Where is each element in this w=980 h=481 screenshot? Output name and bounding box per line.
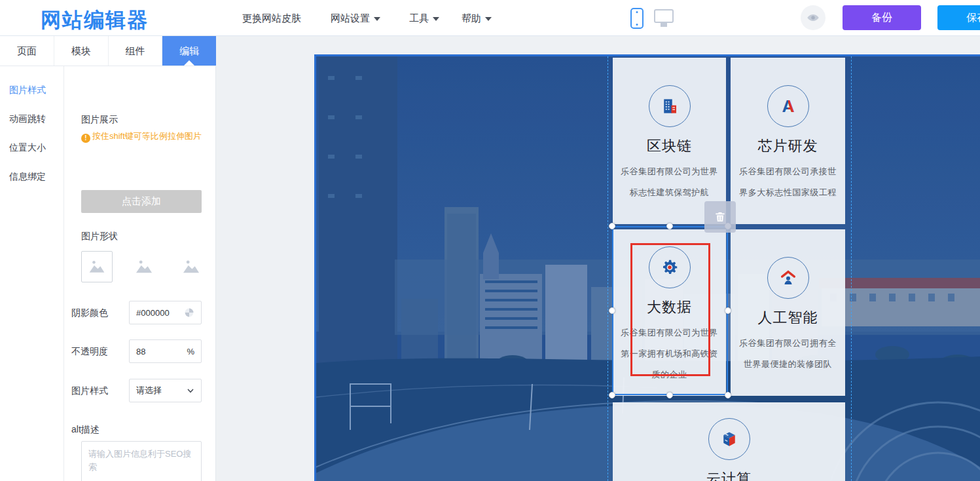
shadow-color-label: 阴影颜色: [71, 307, 108, 319]
preview-eye-button[interactable]: [801, 5, 826, 30]
shape-option-3[interactable]: [175, 251, 207, 282]
feature-card-chip[interactable]: A A 芯片研发 乐谷集团有限公司承接世 界多大标志性国家级工程: [731, 58, 845, 224]
chevron-down-icon: [374, 17, 380, 21]
panel-section-title: 图片展示: [81, 114, 118, 126]
card-desc-line: 乐谷集团有限公司为世界: [621, 167, 718, 176]
card-title: 云计算: [706, 469, 752, 481]
menu-help[interactable]: 帮助: [462, 0, 492, 36]
shift-hint-text: 按住shift键可等比例拉伸图片: [92, 131, 202, 141]
mobile-preview-icon[interactable]: [630, 8, 644, 29]
card-desc-line: 界多大标志性国家级工程: [739, 188, 837, 197]
resize-handle-top-left[interactable]: [609, 223, 615, 229]
feature-card-cloud[interactable]: 云计算: [613, 402, 845, 481]
image-selection-frame: [630, 243, 710, 376]
backup-button[interactable]: 备份: [843, 5, 921, 30]
image-mountain-icon: [133, 256, 155, 278]
image-mountain-icon: [86, 256, 107, 277]
card-title: 芯片研发: [758, 136, 818, 156]
shape-option-rect[interactable]: [81, 251, 113, 282]
feature-card-blockchain[interactable]: 区块链 乐谷集团有限公司为世界 标志性建筑保驾护航: [613, 58, 726, 224]
page-canvas[interactable]: 区块链 乐谷集团有限公司为世界 标志性建筑保驾护航 A A 芯片研发 乐谷集团有…: [314, 54, 980, 481]
desktop-preview-icon[interactable]: [654, 9, 674, 23]
menu-tools[interactable]: 工具: [409, 0, 439, 36]
image-style-select[interactable]: 请选择: [129, 379, 202, 402]
delete-component-button[interactable]: [704, 201, 736, 233]
icon-circle: A A: [767, 85, 809, 127]
shadow-color-value: #000000: [136, 308, 184, 318]
letter-a-icon: A A: [778, 96, 798, 116]
edit-subnav: 图片样式 动画跳转 位置大小 信息绑定: [0, 66, 64, 481]
chevron-down-icon: [187, 387, 194, 394]
add-image-button[interactable]: 点击添加: [81, 190, 202, 213]
shift-hint: !按住shift键可等比例拉伸图片: [81, 130, 202, 143]
opacity-value: 88: [136, 347, 187, 356]
home-person-icon: [778, 268, 798, 288]
menu-site-settings-label: 网站设置: [331, 12, 370, 24]
image-mountain-icon: [180, 256, 202, 278]
image-style-label: 图片样式: [71, 385, 108, 397]
resize-handle-middle-right[interactable]: [725, 307, 731, 314]
module-guide-left: [608, 56, 608, 481]
resize-handle-bottom-middle[interactable]: [666, 392, 673, 398]
card-desc-line: 标志性建筑保驾护航: [630, 188, 710, 197]
shadow-color-input[interactable]: #000000: [129, 301, 202, 324]
device-preview-toggle: [630, 0, 674, 36]
subnav-info-binding[interactable]: 信息绑定: [9, 171, 64, 182]
card-desc-line: 乐谷集团有限公司承接世: [739, 167, 837, 176]
building-icon: [660, 96, 680, 116]
alt-label: alt描述: [71, 424, 100, 436]
feature-card-ai[interactable]: 人工智能 乐谷集团有限公司拥有全 世界最便捷的装修团队: [731, 229, 845, 396]
resize-handle-bottom-right[interactable]: [725, 392, 731, 398]
menu-site-settings[interactable]: 网站设置: [331, 0, 380, 36]
tab-edit[interactable]: 编辑: [162, 36, 216, 66]
menu-change-skin[interactable]: 更换网站皮肤: [242, 0, 301, 36]
card-title: 区块链: [647, 136, 692, 156]
resize-handle-middle-left[interactable]: [609, 307, 615, 314]
chevron-down-icon: [433, 17, 439, 21]
cube-icon: [719, 429, 739, 449]
subnav-image-style[interactable]: 图片样式: [9, 85, 64, 95]
icon-circle: [708, 418, 750, 460]
tab-component[interactable]: 组件: [109, 36, 163, 66]
card-desc-line: 世界最便捷的装修团队: [744, 360, 832, 369]
top-bar: 网站编辑器 更换网站皮肤 网站设置 工具 帮助 备份 保存: [0, 0, 980, 36]
image-style-panel: 图片展示 !按住shift键可等比例拉伸图片 点击添加 图片形状: [64, 66, 216, 481]
eye-icon: [806, 10, 820, 25]
trash-icon: [714, 210, 727, 223]
icon-circle: [649, 85, 691, 127]
card-title: 人工智能: [758, 308, 818, 328]
tab-module[interactable]: 模块: [54, 36, 109, 66]
chevron-down-icon: [485, 17, 492, 21]
alt-description-textarea[interactable]: [81, 441, 202, 481]
shape-option-2[interactable]: [128, 251, 160, 282]
subnav-position-size[interactable]: 位置大小: [9, 142, 64, 153]
opacity-input[interactable]: 88 %: [129, 339, 202, 363]
resize-handle-bottom-left[interactable]: [609, 392, 615, 398]
menu-help-label: 帮助: [462, 12, 481, 24]
subnav-animation-jump[interactable]: 动画跳转: [9, 113, 64, 124]
tab-page[interactable]: 页面: [0, 36, 54, 66]
left-sidebar: 页面 模块 组件 编辑 图片样式 动画跳转 位置大小 信息绑定 图片展示 !按住…: [0, 36, 216, 481]
opacity-unit: %: [187, 347, 194, 356]
module-guide-right: [851, 56, 852, 481]
resize-handle-top-middle[interactable]: [666, 223, 673, 229]
color-picker-icon[interactable]: [184, 307, 194, 318]
warning-icon: !: [81, 134, 90, 143]
menu-tools-label: 工具: [409, 12, 429, 24]
opacity-label: 不透明度: [71, 346, 108, 358]
card-desc-line: 乐谷集团有限公司拥有全: [739, 339, 837, 348]
save-button[interactable]: 保存: [937, 5, 980, 30]
icon-circle: [767, 257, 809, 299]
editor-app: 网站编辑器 更换网站皮肤 网站设置 工具 帮助 备份 保存 页面 模块 组件: [0, 0, 980, 481]
shape-label: 图片形状: [81, 231, 118, 242]
image-style-value: 请选择: [136, 385, 187, 396]
image-shape-options: [81, 251, 207, 282]
sidebar-tabs: 页面 模块 组件 编辑: [0, 36, 216, 66]
app-logo: 网站编辑器: [41, 7, 149, 34]
